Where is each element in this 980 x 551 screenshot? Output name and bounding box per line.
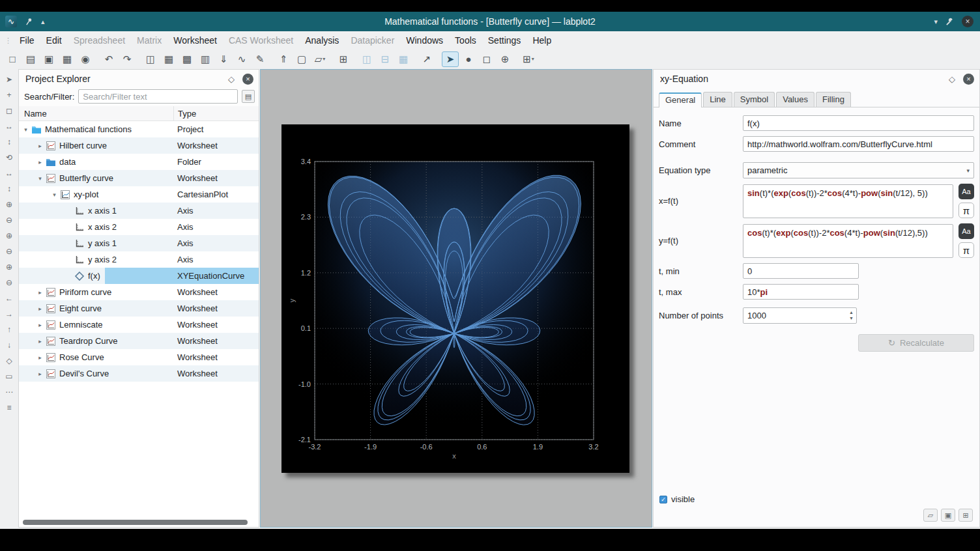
extra-tool-icon[interactable]: ≡: [3, 402, 16, 413]
search-input[interactable]: [78, 89, 238, 104]
menu-tools[interactable]: Tools: [449, 33, 482, 48]
new-project-icon[interactable]: □: [4, 51, 21, 67]
twisty-icon[interactable]: ▸: [36, 143, 44, 149]
twisty-icon[interactable]: ▸: [36, 354, 44, 361]
menu-worksheet[interactable]: Worksheet: [167, 33, 223, 48]
insert-function-button[interactable]: π: [958, 203, 974, 218]
insert-constant-button[interactable]: Aa: [958, 223, 974, 239]
select-mode-icon[interactable]: ➤: [442, 51, 459, 67]
x-equation-field[interactable]: sin(t)*(exp(cos(t))-2*cos(4*t)-pow(sin(t…: [743, 184, 953, 218]
titlebar[interactable]: ∿ ▴ Mathematical functions - [Butterfly …: [0, 12, 980, 31]
zoom-in-tool-icon[interactable]: ⊕: [3, 199, 16, 210]
tree-row[interactable]: ▾xy-plotCartesianPlot: [19, 186, 259, 203]
print-preview-icon[interactable]: ◉: [77, 51, 94, 67]
zoom-in-y-tool-icon[interactable]: ⊕: [3, 261, 16, 272]
shift-left-x-tool-icon[interactable]: ←: [3, 292, 16, 304]
open-project-icon[interactable]: ▤: [22, 51, 39, 67]
twisty-icon[interactable]: ▾: [22, 126, 30, 133]
zoom-region-icon[interactable]: ⊕: [497, 51, 513, 67]
plot-page[interactable]: -3.2-1.9-0.60.61.93.23.42.31.20.1-1.0-2.…: [281, 124, 629, 473]
zoom-select-tool-icon[interactable]: ◻: [3, 105, 16, 116]
edit-mode-icon[interactable]: ↗: [418, 51, 435, 67]
zoom-selection-mode-icon[interactable]: ◻: [478, 51, 495, 67]
tree-row[interactable]: ▾Butterfly curveWorksheet: [19, 170, 259, 186]
zoom-out-x-tool-icon[interactable]: ⊖: [3, 246, 16, 257]
t-max-field[interactable]: 10*pi: [743, 284, 859, 300]
tree-row[interactable]: ▸LemniscateWorksheet: [19, 317, 259, 333]
y-equation-field[interactable]: cos(t)*(exp(cos(t))-2*cos(4*t)-pow(sin(t…: [743, 224, 953, 258]
more-tools-icon[interactable]: ⋯: [3, 386, 16, 397]
twisty-icon[interactable]: ▸: [36, 159, 44, 165]
new-page-icon[interactable]: ▢: [293, 51, 310, 67]
scrollbar-thumb[interactable]: [23, 520, 248, 525]
zoom-x-select-tool-icon[interactable]: ↔: [3, 120, 16, 132]
tree-row[interactable]: ▸dataFolder: [19, 154, 259, 170]
new-note-icon[interactable]: ✎: [252, 51, 268, 67]
auto-scale-y-tool-icon[interactable]: ↕: [3, 183, 16, 194]
menubar-grip-icon[interactable]: ⋮: [3, 36, 14, 45]
wrench-icon[interactable]: [945, 18, 954, 26]
tab-values[interactable]: Values: [776, 92, 814, 107]
recalculate-button[interactable]: ↻ Recalculate: [858, 334, 974, 352]
insert-function-button[interactable]: π: [958, 242, 974, 258]
twisty-icon[interactable]: ▸: [36, 305, 44, 312]
tree-row[interactable]: f(x)XYEquationCurve: [19, 268, 259, 284]
zoom-y-select-tool-icon[interactable]: ↕: [3, 136, 16, 147]
save-template-icon[interactable]: ▣: [941, 509, 955, 522]
tab-general[interactable]: General: [659, 92, 702, 107]
tree-row[interactable]: ▸Devil's CurveWorksheet: [19, 365, 259, 382]
add-new-icon[interactable]: ⊞▾: [520, 51, 537, 67]
save-as-template-icon[interactable]: ⊞: [958, 509, 973, 522]
undo-icon[interactable]: ↶: [100, 51, 117, 67]
float-dock-icon[interactable]: ◇: [949, 74, 955, 84]
fit-page-icon[interactable]: ⊞: [335, 51, 352, 67]
new-xy-curve-icon[interactable]: ∿: [233, 51, 250, 67]
tree-row[interactable]: ▸Teardrop CurveWorksheet: [19, 333, 259, 349]
auto-scale-x-tool-icon[interactable]: ↔: [3, 167, 16, 178]
column-type-header[interactable]: Type: [173, 106, 259, 120]
twisty-icon[interactable]: ▸: [36, 322, 44, 328]
float-panel-icon[interactable]: ◇: [228, 74, 235, 84]
horizontal-layout-icon[interactable]: ⊟: [377, 51, 394, 67]
menu-matrix[interactable]: Matrix: [131, 33, 167, 48]
menu-help[interactable]: Help: [526, 33, 557, 48]
cursor-tool-icon[interactable]: ◇: [3, 355, 16, 366]
crosshair-tool-icon[interactable]: +: [3, 89, 16, 100]
tree-row[interactable]: ▸Piriform curveWorksheet: [19, 284, 259, 300]
tab-symbol[interactable]: Symbol: [734, 92, 775, 107]
new-spreadsheet-icon[interactable]: ▦: [160, 51, 177, 67]
tab-filling[interactable]: Filling: [816, 92, 851, 107]
tab-line[interactable]: Line: [703, 92, 732, 107]
close-window-icon[interactable]: ×: [962, 16, 973, 27]
new-workbook-icon[interactable]: ◫: [142, 51, 159, 67]
menu-windows[interactable]: Windows: [400, 33, 449, 48]
menu-cas-worksheet[interactable]: CAS Worksheet: [223, 33, 299, 48]
worksheet-view[interactable]: -3.2-1.9-0.60.61.93.23.42.31.20.1-1.0-2.…: [260, 69, 652, 528]
tree-row[interactable]: x axis 1Axis: [19, 203, 259, 219]
load-template-icon[interactable]: ▱: [923, 509, 938, 522]
menu-spreadsheet[interactable]: Spreadsheet: [68, 33, 131, 48]
points-spinbox[interactable]: 1000 ▲▼: [743, 307, 857, 324]
print-icon[interactable]: ▦: [59, 51, 76, 67]
navigation-mode-icon[interactable]: ●: [460, 51, 477, 67]
menu-datapicker[interactable]: Datapicker: [345, 33, 400, 48]
tree-row[interactable]: ▸Hilbert curveWorksheet: [19, 137, 259, 154]
redo-icon[interactable]: ↷: [119, 51, 136, 67]
twisty-icon[interactable]: ▸: [36, 338, 44, 345]
new-plot-icon[interactable]: ▱▾: [311, 51, 328, 67]
comment-field[interactable]: [743, 136, 974, 152]
tree-row[interactable]: ▾Mathematical functionsProject: [19, 121, 259, 137]
menu-settings[interactable]: Settings: [482, 33, 527, 48]
import-data-icon[interactable]: ⇓: [215, 51, 232, 67]
vertical-layout-icon[interactable]: ◫: [358, 51, 375, 67]
zoom-out-tool-icon[interactable]: ⊖: [3, 214, 16, 225]
zoom-in-x-tool-icon[interactable]: ⊕: [3, 230, 16, 241]
t-min-field[interactable]: [743, 263, 859, 279]
menu-edit[interactable]: Edit: [40, 33, 68, 48]
column-name-header[interactable]: Name: [19, 109, 47, 119]
visible-checkbox[interactable]: ✓: [659, 496, 667, 503]
tree-column-header[interactable]: Name Type: [19, 106, 259, 121]
horizontal-scrollbar[interactable]: [23, 520, 252, 525]
new-worksheet-icon[interactable]: ▥: [197, 51, 214, 67]
twisty-icon[interactable]: ▾: [50, 191, 59, 198]
